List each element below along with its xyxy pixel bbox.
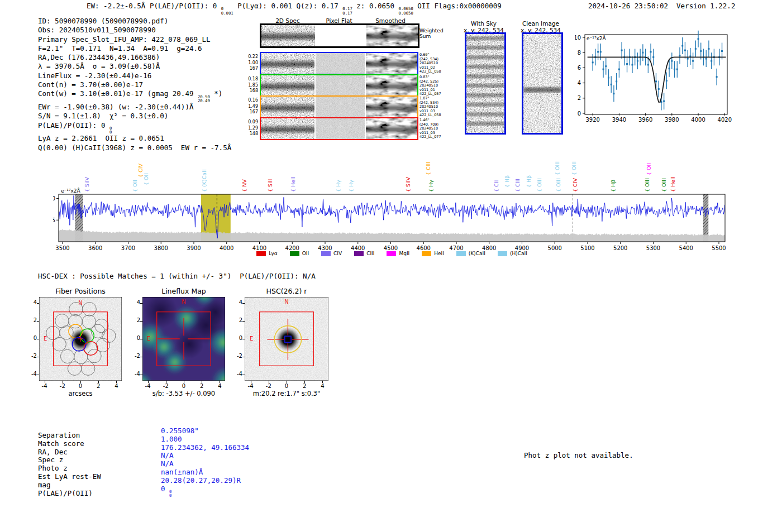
legend-item: HeII [422, 251, 444, 256]
legend-label: (H)CaII [510, 251, 527, 256]
spectral-line-legend: LyαOIICIVCIIIMgIIHeII(K)CaII(H)CaII [59, 251, 725, 256]
match-table-label: Photo z [38, 464, 68, 472]
header-text-segment: OII Flags:0x00000009 [413, 2, 502, 10]
panel-y-tickmark [37, 375, 39, 375]
cutout-2d-spec-image [261, 97, 314, 118]
spec-cutout-row [260, 52, 418, 75]
lineflux-sb-caption: s/b: -3.53 +/- 0.090 [136, 390, 231, 397]
hsc-image-title: HSC(26.2) r [245, 287, 328, 295]
elixer-report-page: EW: -2.2±-0.5Å P(LAE)/P(OII): 0 00.001 P… [0, 0, 782, 532]
spectral-line-label: { OIII [644, 178, 650, 192]
legend-label: Lyα [269, 251, 277, 256]
cutout-stat-value: 0.22 [245, 54, 258, 60]
spectral-line-label: { OII [143, 173, 149, 185]
panel-x-tickmark [80, 381, 81, 383]
panel-x-tickmark [45, 381, 45, 383]
panel-y-tickmark [37, 303, 39, 304]
spec-cutout-row [260, 74, 418, 97]
spectral-line-label: { Hβ [504, 175, 510, 188]
info-line: Obs: 20240510v011_5090078990 [38, 26, 231, 35]
cutout-stat-value: 1.49 [245, 104, 258, 110]
panel-hsc-svg: NE [245, 297, 328, 381]
legend-label: OII [302, 251, 309, 256]
spectral-line-label: { Hβ [610, 180, 616, 192]
svg-text:E: E [147, 336, 150, 342]
cutout-smoothed-image [366, 118, 417, 139]
match-table-label: Match score [38, 439, 84, 448]
weighted-sum-label: WeightedSum [419, 28, 444, 39]
match-table-label: P(LAE)/P(OII) [38, 489, 93, 497]
cutout-row-stats: 0.091.29148 [245, 119, 258, 137]
svg-text:e⁻¹⁷x2Å: e⁻¹⁷x2Å [61, 188, 81, 194]
svg-text:E: E [44, 336, 47, 342]
report-date: 2024-10-26 23:50:02 [588, 2, 668, 10]
stacked-fraction: 20.5020.49 [198, 95, 210, 103]
legend-swatch [422, 251, 431, 256]
legend-item: CIII [354, 251, 374, 256]
info-line: Q(0.00) (H)CaII(3968) z = 0.0005 EW r = … [38, 143, 231, 152]
cutout-smoothed-image [366, 53, 417, 74]
panel-y-tick: -4 [129, 371, 140, 377]
spectral-line-label: { Hγ [348, 180, 354, 192]
panel-x-tick: 4 [317, 383, 328, 389]
cutout-fiber-annotation: 1.07"(242, 534)20240510v011_03422_LL_058 [419, 97, 441, 118]
report-summary-header: EW: -2.2±-0.5Å P(LAE)/P(OII): 0 00.001 P… [87, 2, 502, 15]
legend-swatch [498, 251, 507, 256]
panel-x-tick: 2 [299, 383, 310, 389]
cutout-stat-value: 0.16 [245, 98, 258, 104]
cutout-fiber-annotation: 0.69"(242, 534)20240510v011_02422_LL_058 [419, 53, 441, 74]
legend-item: (H)CaII [498, 251, 527, 256]
info-line: P(LAE)/P(OII): 0 00 [38, 121, 231, 135]
spectral-line-label: { Hγ [428, 180, 434, 192]
info-line: Cont(w) = 3.10(±0.01)e-17 (gmag 20.49 20… [38, 89, 231, 103]
cutout-2d-spec-image [261, 53, 314, 74]
cutout-annotation-line: 422_LL_058 [419, 70, 441, 74]
panel-y-tick: -4 [231, 371, 242, 377]
panel-x-tickmark [98, 381, 99, 383]
panel-y-tickmark [140, 357, 142, 357]
hsc-dex-matches-line: HSC-DEX : Possible Matches = 1 (within +… [38, 272, 316, 280]
stacked-fraction: 00 [109, 126, 112, 135]
weighted-sum-line: Weighted [419, 28, 444, 33]
cutout-pixel-flat-image [316, 53, 365, 74]
cutout-stat-value: 168 [245, 88, 258, 94]
report-version: Version 1.22.2 [676, 2, 735, 10]
panel-x-tickmark [148, 381, 149, 383]
match-table-label: RA, Dec [38, 448, 68, 456]
svg-text:4000: 4000 [691, 117, 705, 123]
legend-item: CIV [321, 251, 342, 256]
svg-text:10: 10 [53, 195, 55, 202]
svg-text:0: 0 [578, 111, 581, 117]
cutout-stat-value: 1.00 [245, 60, 258, 66]
panel-x-tick: -2 [57, 383, 68, 389]
spectral-line-label: { OIII [661, 178, 667, 192]
panel-y-tickmark [242, 357, 245, 357]
panel-x-tickmark [304, 381, 305, 383]
info-line: EWr = -1.90(±0.38) (w: -2.30(±0.44))Å [38, 103, 231, 112]
panel-y-tickmark [37, 357, 39, 357]
clean-image [522, 32, 563, 135]
cutout-annotation-line: 422_LL_058 [419, 113, 441, 118]
panel-y-tick: 2 [231, 317, 242, 323]
panel-y-tickmark [242, 303, 245, 304]
spectral-line-label: { SiIV [84, 177, 90, 192]
panel-y-tick: 4 [26, 299, 37, 305]
spectral-line-label: { OIII [536, 178, 542, 192]
match-table-value: 176.234362, 49.166334 [161, 443, 249, 452]
fiber-positions-xlabel: arcsecs [39, 390, 122, 397]
panel-x-tick: -2 [160, 383, 171, 389]
info-line: F=2.1" T=0.171 N=1.34 A=0.91 g=24.6 [38, 44, 231, 53]
legend-item: OII [290, 251, 309, 256]
panel-x-tick: 4 [214, 383, 225, 389]
info-line: λ = 3970.5Å σ = 3.09(±0.58)Å [38, 62, 231, 71]
cutout-stat-value: 1.29 [245, 126, 258, 132]
fiber-positions-title: Fiber Positions [39, 287, 122, 295]
panel-x-tick: -4 [142, 383, 154, 389]
lineflux-map-title: Lineflux Map [142, 287, 226, 295]
spectral-line-label: { (K)CaII [201, 169, 207, 192]
cutout-smoothed-image [366, 75, 417, 96]
svg-text:N: N [78, 300, 82, 306]
cutout-pixel-flat-image [316, 97, 365, 118]
spectral-line-label: { OIII [554, 161, 560, 175]
cutout-pixel-flat-image [316, 118, 365, 139]
